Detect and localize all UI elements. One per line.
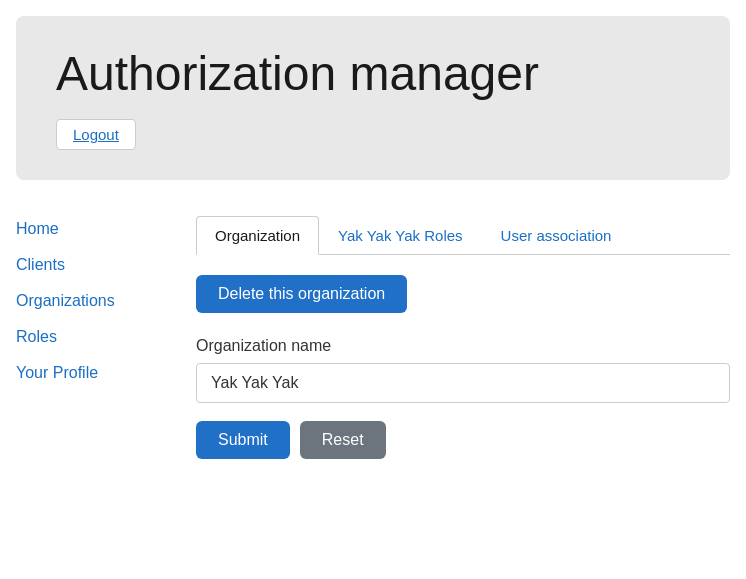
reset-button[interactable]: Reset: [300, 421, 386, 459]
form-actions: Submit Reset: [196, 421, 730, 459]
sidebar-item-roles[interactable]: Roles: [16, 328, 196, 346]
page-title: Authorization manager: [56, 46, 690, 101]
organization-name-label: Organization name: [196, 337, 730, 355]
main-content: Home Clients Organizations Roles Your Pr…: [0, 196, 746, 499]
content-area: Organization Yak Yak Yak Roles User asso…: [196, 216, 730, 479]
header: Authorization manager Logout: [16, 16, 730, 180]
logout-button[interactable]: Logout: [56, 119, 136, 150]
tab-user-association[interactable]: User association: [482, 216, 631, 255]
tab-bar: Organization Yak Yak Yak Roles User asso…: [196, 216, 730, 255]
organization-name-input[interactable]: [196, 363, 730, 403]
tab-yak-yak-yak-roles[interactable]: Yak Yak Yak Roles: [319, 216, 482, 255]
delete-organization-button[interactable]: Delete this organization: [196, 275, 407, 313]
sidebar-item-organizations[interactable]: Organizations: [16, 292, 196, 310]
submit-button[interactable]: Submit: [196, 421, 290, 459]
tab-organization[interactable]: Organization: [196, 216, 319, 255]
sidebar-item-home[interactable]: Home: [16, 220, 196, 238]
sidebar: Home Clients Organizations Roles Your Pr…: [16, 216, 196, 479]
sidebar-item-your-profile[interactable]: Your Profile: [16, 364, 196, 382]
organization-form: Organization name Submit Reset: [196, 337, 730, 459]
sidebar-item-clients[interactable]: Clients: [16, 256, 196, 274]
